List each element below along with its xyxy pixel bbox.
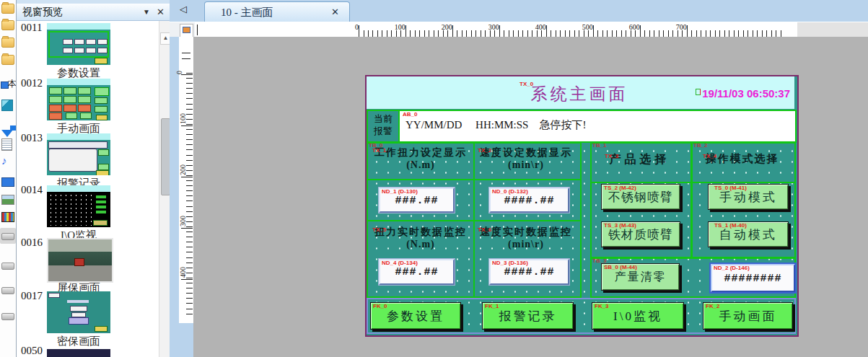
- numeric-value: ####.##: [491, 195, 568, 207]
- screen-caption[interactable]: 密保画面: [38, 335, 119, 348]
- tab-label[interactable]: 10 - 主画面: [221, 6, 273, 19]
- fkey-label: 报警记录: [483, 308, 573, 325]
- thumb-list-area: [48, 149, 97, 172]
- set-button-production-reset[interactable]: SB_0 (M-44) 产量清零: [601, 263, 680, 291]
- numeric-display-nd0[interactable]: ND_0 (D-132) ####.##: [489, 188, 569, 213]
- switch-label: 自动模式: [709, 226, 788, 243]
- screen-thumbnail[interactable]: [47, 291, 110, 333]
- document-icon[interactable]: [1, 138, 12, 151]
- thumb-button: [93, 220, 108, 226]
- ruler-major-tick: [499, 25, 500, 37]
- ruler-major-tick: [452, 25, 453, 37]
- window-preview-panel: 视窗预览 ▼ ✕ 0011 参数设置 0012: [16, 0, 170, 357]
- panel-header: 视窗预览 ▼ ✕: [17, 4, 170, 21]
- toggle-switch-stainless[interactable]: TS_2 (M-42) 不锈钢喷臂: [601, 184, 680, 210]
- ruler-label: 200: [442, 23, 452, 31]
- numeric-display-nd1[interactable]: ND_1 (D-130) ###.##: [379, 188, 455, 213]
- hmi-screen[interactable]: TX_0 系统主画面 19/11/03 06:50:37 当前 报警 AB_0 …: [365, 75, 799, 337]
- fkey-io-monitor-button[interactable]: FK_3 I\0监视: [592, 302, 684, 330]
- ruler-major-tick: [405, 25, 406, 37]
- tab-scroll-left-icon[interactable]: ◁: [180, 4, 187, 14]
- screen-thumbnail[interactable]: [47, 23, 110, 65]
- ruler-label: 400: [535, 23, 546, 31]
- ruler-label: 700: [676, 23, 687, 31]
- thumb-field: [97, 48, 108, 53]
- folder-icon[interactable]: [1, 55, 14, 65]
- screen-thumbnail[interactable]: [47, 79, 110, 120]
- thumb-field: [70, 306, 87, 312]
- date-display: 19/11/03: [702, 87, 744, 100]
- thumb-button: [78, 87, 91, 94]
- drive-icon[interactable]: [1, 263, 14, 270]
- ruler-label: 100: [179, 113, 187, 124]
- ruler-minor-ticks: [186, 73, 193, 318]
- thumb-dialog-title: [67, 300, 89, 303]
- thumb-button: [96, 115, 108, 120]
- toggle-switch-manual-mode[interactable]: TS_0 (M-41) 手动模式: [708, 184, 789, 210]
- tab-close-icon[interactable]: ✕: [331, 6, 339, 17]
- drive-icon[interactable]: [1, 313, 14, 320]
- fkey-manual-screen-button[interactable]: FK_2 手动画面: [703, 302, 793, 330]
- folder-icon[interactable]: [1, 20, 14, 30]
- screen-number: 0014: [21, 184, 43, 196]
- thumb-field: [74, 48, 84, 53]
- alarm-row: 当前 报警 AB_0 YY/MM/DD HH:MM:SS 急停按下!: [367, 110, 797, 143]
- switch-label: 铁材质喷臂: [602, 226, 680, 243]
- datetime-display: 19/11/03 06:50:37: [702, 87, 790, 100]
- fkey-label: 参数设置: [371, 308, 460, 325]
- screen-number: 0050: [21, 345, 43, 357]
- music-note-icon[interactable]: ♪: [1, 156, 7, 166]
- ruler-major-tick: [359, 25, 359, 37]
- picture-icon[interactable]: [1, 195, 14, 205]
- thumb-field: [86, 39, 96, 45]
- ruler-dash: [182, 58, 190, 59]
- panel-dropdown-icon[interactable]: ▼: [143, 4, 150, 21]
- part-tag: TX_2: [478, 148, 491, 154]
- part-tag: TB_1: [592, 143, 607, 149]
- numeric-display-nd4[interactable]: ND_4 (D-134) ###.##: [379, 259, 455, 285]
- cube-app-icon[interactable]: [1, 100, 13, 111]
- folder-icon[interactable]: [1, 4, 14, 14]
- thumb-io-row: [96, 200, 106, 203]
- frame-divider: [693, 182, 794, 183]
- ruler-label: 300: [179, 216, 187, 226]
- section-title-line2: (N.m): [368, 159, 473, 171]
- toggle-switch-auto-mode[interactable]: TS_1 (M-40) 自动模式: [708, 221, 789, 247]
- drive-icon-selected[interactable]: [0, 228, 16, 244]
- tab-main-screen[interactable]: 10 - 主画面 ✕: [204, 1, 350, 22]
- section-title-line2: (N.m): [368, 239, 473, 250]
- folder-icon[interactable]: [1, 38, 14, 48]
- part-tag: TX_5: [372, 227, 386, 233]
- screen-thumbnail[interactable]: [47, 349, 110, 357]
- thumb-io-dots: [48, 193, 95, 226]
- panel-close-icon[interactable]: ✕: [157, 4, 165, 21]
- toggle-switch-iron[interactable]: TS_3 (M-43) 铁材质喷臂: [601, 221, 680, 247]
- film-icon[interactable]: [1, 212, 14, 222]
- drive-icon[interactable]: [1, 287, 14, 294]
- ruler-right-gap: [797, 22, 868, 38]
- ruler-major-tick: [181, 74, 193, 75]
- design-canvas[interactable]: TX_0 系统主画面 19/11/03 06:50:37 当前 报警 AB_0 …: [193, 37, 868, 357]
- numeric-display-nd3[interactable]: ND_3 (D-136) ####.##: [489, 259, 569, 285]
- desktop-strip: 本 ♪: [0, 0, 16, 357]
- thumb-button: [95, 58, 108, 64]
- fkey-params-button[interactable]: FK_0 参数设置: [370, 302, 461, 330]
- monitor-icon[interactable]: [1, 177, 14, 187]
- screen-thumbnail[interactable]: [47, 133, 110, 175]
- sidebar-scrollbar[interactable]: ▲: [159, 21, 170, 357]
- thumb-titlebar: [47, 23, 110, 30]
- numeric-display-nd2[interactable]: ND_2 (D-146) ########: [711, 264, 795, 292]
- alarm-bar[interactable]: AB_0 YY/MM/DD HH:MM:SS 急停按下!: [400, 111, 795, 141]
- screen-title-text: 系统主画面: [475, 83, 684, 105]
- horizontal-ruler: 0 100 200 300 400 500 600 700: [195, 22, 797, 38]
- screen-thumbnail[interactable]: [47, 238, 113, 283]
- switch-label: 不锈钢喷臂: [602, 189, 680, 206]
- current-alarm-label: 当前 报警: [368, 111, 400, 141]
- ruler-corner-icon[interactable]: [180, 24, 193, 38]
- fkey-alarm-log-button[interactable]: FK_1 报警记录: [482, 302, 574, 330]
- screen-thumbnail[interactable]: [47, 185, 110, 227]
- fkey-label: 手动画面: [703, 308, 792, 325]
- screen-number: 0013: [21, 132, 43, 144]
- download-arrow-icon[interactable]: [1, 130, 13, 137]
- thumb-titlebar: [47, 185, 110, 192]
